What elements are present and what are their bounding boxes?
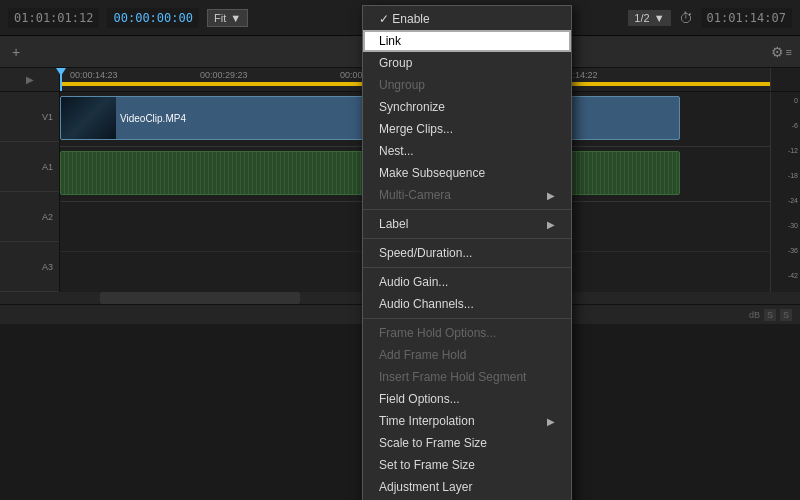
menu-divider: [363, 238, 571, 239]
menu-item-label-audio_gain: Audio Gain...: [379, 275, 555, 289]
menu-item-label-field_options: Field Options...: [379, 392, 555, 406]
menu-item-label-frame_hold_options: Frame Hold Options...: [379, 326, 555, 340]
menu-item-label-speed_duration: Speed/Duration...: [379, 246, 555, 260]
db-tick-12: -12: [788, 147, 798, 154]
s-label-1: S: [764, 309, 776, 321]
menu-item-set_to_frame[interactable]: Set to Frame Size: [363, 454, 571, 476]
playhead-marker: [56, 68, 66, 76]
timecode-center[interactable]: 00:00:00:00: [107, 8, 198, 28]
menu-item-label-add_frame_hold: Add Frame Hold: [379, 348, 555, 362]
timecode-right: 01:01:14:07: [701, 8, 792, 28]
menu-item-adjustment_layer[interactable]: Adjustment Layer: [363, 476, 571, 498]
menu-item-label[interactable]: Label▶: [363, 213, 571, 235]
menu-item-label-scale_to_frame: Scale to Frame Size: [379, 436, 555, 450]
menu-item-make_subsequence[interactable]: Make Subsequence: [363, 162, 571, 184]
menu-item-merge_clips[interactable]: Merge Clips...: [363, 118, 571, 140]
menu-item-label-link: Link: [379, 34, 555, 48]
fit-label: Fit: [214, 12, 226, 24]
scrollbar-thumb[interactable]: [100, 292, 300, 304]
menu-item-time_interpolation[interactable]: Time Interpolation▶: [363, 410, 571, 432]
submenu-arrow-multi_camera: ▶: [547, 190, 555, 201]
menu-item-add_frame_hold: Add Frame Hold: [363, 344, 571, 366]
menu-item-scale_to_frame[interactable]: Scale to Frame Size: [363, 432, 571, 454]
right-db-ruler: 0 -6 -12 -18 -24 -30 -36 -42: [770, 92, 800, 292]
db-tick-42: -42: [788, 272, 798, 279]
db-tick-36: -36: [788, 247, 798, 254]
track-label-a2: A2: [0, 192, 59, 242]
menu-item-audio_channels[interactable]: Audio Channels...: [363, 293, 571, 315]
chevron-down-icon-2: ▼: [654, 12, 665, 24]
menu-item-field_options[interactable]: Field Options...: [363, 388, 571, 410]
track-labels: V1 A1 A2 A3: [0, 92, 60, 292]
menu-item-label-adjustment_layer: Adjustment Layer: [379, 480, 555, 494]
menu-item-label-ungroup: Ungroup: [379, 78, 555, 92]
db-label-bottom: dB: [749, 310, 760, 320]
menu-item-link[interactable]: Link: [363, 30, 571, 52]
video-clip-thumb: [61, 97, 116, 139]
context-menu: ✓ EnableLinkGroupUngroupSynchronizeMerge…: [362, 5, 572, 500]
menu-item-label-audio_channels: Audio Channels...: [379, 297, 555, 311]
menu-item-label-time_interpolation: Time Interpolation: [379, 414, 547, 428]
settings-icon[interactable]: ≡: [786, 46, 792, 58]
add-track-button[interactable]: +: [8, 44, 24, 60]
track-label-a1: A1: [0, 142, 59, 192]
menu-item-label-nest: Nest...: [379, 144, 555, 158]
menu-item-label-multi_camera: Multi-Camera: [379, 188, 547, 202]
menu-item-label-enable: ✓ Enable: [379, 12, 555, 26]
ruler-time-1: 00:00:14:23: [70, 70, 118, 80]
menu-item-label-insert_frame_hold: Insert Frame Hold Segment: [379, 370, 555, 384]
s-label-2: S: [780, 309, 792, 321]
timecode-left[interactable]: 01:01:01:12: [8, 8, 99, 28]
fraction-label: 1/2: [634, 12, 649, 24]
menu-item-group[interactable]: Group: [363, 52, 571, 74]
wrench-icon[interactable]: ⚙: [771, 44, 784, 60]
menu-item-label-set_to_frame: Set to Frame Size: [379, 458, 555, 472]
menu-divider: [363, 209, 571, 210]
chevron-down-icon: ▼: [230, 12, 241, 24]
fit-dropdown[interactable]: Fit ▼: [207, 9, 248, 27]
menu-item-speed_duration[interactable]: Speed/Duration...: [363, 242, 571, 264]
menu-item-nest[interactable]: Nest...: [363, 140, 571, 162]
menu-item-insert_frame_hold: Insert Frame Hold Segment: [363, 366, 571, 388]
menu-item-ungroup: Ungroup: [363, 74, 571, 96]
track-label-v1: V1: [0, 92, 59, 142]
menu-item-label-group: Group: [379, 56, 555, 70]
playhead: [60, 68, 62, 91]
db-tick-24: -24: [788, 197, 798, 204]
track-label-a3: A3: [0, 242, 59, 292]
submenu-arrow-time_interpolation: ▶: [547, 416, 555, 427]
menu-item-label-label: Label: [379, 217, 547, 231]
menu-divider: [363, 318, 571, 319]
db-tick-18: -18: [788, 172, 798, 179]
menu-item-label-make_subsequence: Make Subsequence: [379, 166, 555, 180]
submenu-arrow-label: ▶: [547, 219, 555, 230]
ruler-label-left: ▶: [26, 74, 34, 85]
menu-item-multi_camera: Multi-Camera▶: [363, 184, 571, 206]
menu-item-enable[interactable]: ✓ Enable: [363, 8, 571, 30]
db-tick-6: -6: [792, 122, 798, 129]
db-tick-30: -30: [788, 222, 798, 229]
fraction-badge: 1/2 ▼: [628, 10, 670, 26]
menu-item-label-merge_clips: Merge Clips...: [379, 122, 555, 136]
ruler-time-2: 00:00:29:23: [200, 70, 248, 80]
menu-item-frame_hold_options: Frame Hold Options...: [363, 322, 571, 344]
menu-item-synchronize[interactable]: Synchronize: [363, 96, 571, 118]
menu-item-audio_gain[interactable]: Audio Gain...: [363, 271, 571, 293]
menu-divider: [363, 267, 571, 268]
menu-item-label-synchronize: Synchronize: [379, 100, 555, 114]
db-tick-0: 0: [794, 97, 798, 104]
